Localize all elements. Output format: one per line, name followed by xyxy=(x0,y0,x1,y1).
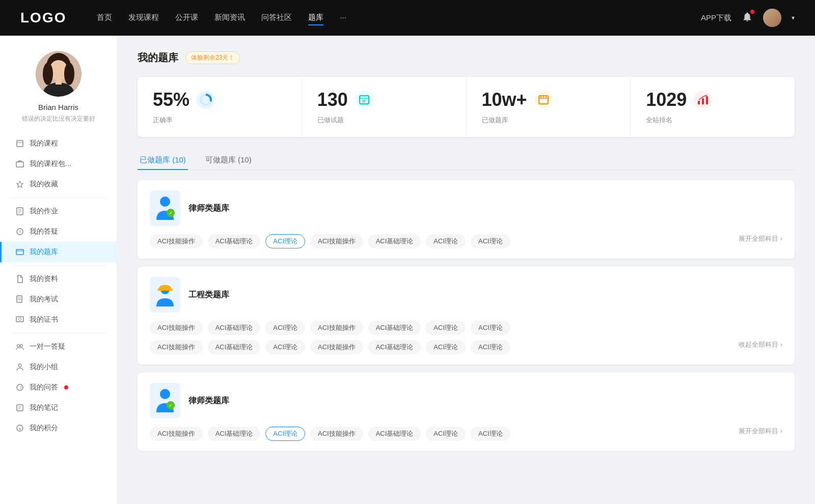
eng-tag-r1-5[interactable]: ACI理论 xyxy=(426,321,466,335)
sidebar-item-points[interactable]: ♦ 我的积分 xyxy=(0,418,117,438)
sidebar-item-qa[interactable]: ? 我的答疑 xyxy=(0,221,117,242)
sidebar-item-courses[interactable]: 我的课程 xyxy=(0,133,117,154)
svg-rect-48 xyxy=(698,101,700,104)
stat-rank-number: 1029 xyxy=(646,89,687,110)
eng-tag-r1-0[interactable]: ACI技能操作 xyxy=(150,321,203,335)
tab-done[interactable]: 已做题库 (10) xyxy=(138,151,188,170)
sidebar-item-files[interactable]: 我的资料 xyxy=(0,269,117,289)
eng-tag-r2-6[interactable]: ACI理论 xyxy=(471,340,510,354)
l2-tag-4[interactable]: ACI基础理论 xyxy=(368,427,421,441)
questions-icon: ? xyxy=(15,383,24,392)
eng-tag-r1-6[interactable]: ACI理论 xyxy=(471,321,510,335)
tabs: 已做题库 (10) 可做题库 (10) xyxy=(138,151,795,170)
sidebar-item-cert[interactable]: 我的证书 xyxy=(0,310,117,330)
sidebar-username: Brian Harris xyxy=(38,103,78,111)
files-icon xyxy=(15,274,24,284)
tag-2[interactable]: ACI理论 xyxy=(265,234,305,248)
sidebar-label-oneone: 一对一答疑 xyxy=(30,342,65,351)
sidebar-label-points: 我的积分 xyxy=(30,424,58,433)
eng-tag-r2-0[interactable]: ACI技能操作 xyxy=(150,340,203,354)
sidebar-label-package: 我的课程包... xyxy=(30,159,71,169)
eng-tag-r1-1[interactable]: ACI基础理论 xyxy=(208,321,261,335)
sidebar-menu: 我的课程 我的课程包... 我的收藏 xyxy=(0,133,117,438)
sidebar-item-bank[interactable]: 我的题库 xyxy=(0,242,117,262)
stat-banks: 10w+ 已做题库 xyxy=(467,77,631,137)
sidebar-label-files: 我的资料 xyxy=(30,274,58,284)
stat-accuracy-label: 正确率 xyxy=(153,116,286,125)
l2-tag-2[interactable]: ACI理论 xyxy=(265,427,305,441)
sidebar-item-package[interactable]: 我的课程包... xyxy=(0,154,117,174)
sidebar-item-questions[interactable]: ? 我的问答 xyxy=(0,377,117,398)
bank-card-lawyer: ✓ 律师类题库 ACI技能操作 ACI基础理论 ACI理论 ACI技能操作 AC… xyxy=(138,180,795,259)
bank-icon xyxy=(15,247,24,257)
bank-engineer-body: ACI技能操作 ACI基础理论 ACI理论 ACI技能操作 ACI基础理论 AC… xyxy=(150,321,782,354)
done-icon xyxy=(355,91,373,109)
eng-tag-r1-3[interactable]: ACI技能操作 xyxy=(310,321,363,335)
notification-bell[interactable] xyxy=(742,11,753,24)
nav-bank[interactable]: 题库 xyxy=(308,11,323,25)
accuracy-icon xyxy=(197,91,215,109)
bank-lawyer2-expand[interactable]: 展开全部科目 › xyxy=(739,427,782,441)
eng-tag-r1-4[interactable]: ACI基础理论 xyxy=(368,321,421,335)
nav-more[interactable]: ··· xyxy=(340,11,346,25)
bank-engineer-tags-row2: ACI技能操作 ACI基础理论 ACI理论 ACI技能操作 ACI基础理论 AC… xyxy=(150,340,782,354)
sidebar-label-courses: 我的课程 xyxy=(30,139,58,148)
eng-tag-r2-4[interactable]: ACI基础理论 xyxy=(368,340,421,354)
bank-lawyer2-body: ACI技能操作 ACI基础理论 ACI理论 ACI技能操作 ACI基础理论 AC… xyxy=(150,427,782,441)
tag-5[interactable]: ACI理论 xyxy=(426,234,466,248)
cert-icon xyxy=(15,315,24,324)
tag-6[interactable]: ACI理论 xyxy=(471,234,510,248)
bank-card-lawyer2-header: ✓ 律师类题库 xyxy=(150,383,782,418)
svg-rect-7 xyxy=(56,78,62,85)
bank-lawyer-expand[interactable]: 展开全部科目 › xyxy=(739,234,782,248)
svg-text:?: ? xyxy=(18,230,21,235)
nav-discover[interactable]: 发现课程 xyxy=(128,11,159,25)
l2-tag-3[interactable]: ACI技能操作 xyxy=(310,427,363,441)
l2-tag-6[interactable]: ACI理论 xyxy=(471,427,510,441)
sidebar-item-oneone[interactable]: 一对一答疑 xyxy=(0,337,117,357)
svg-rect-25 xyxy=(16,317,23,322)
nav-qa[interactable]: 问答社区 xyxy=(261,11,292,25)
l2-tag-0[interactable]: ACI技能操作 xyxy=(150,427,203,441)
bank-card-engineer: 工程类题库 ACI技能操作 ACI基础理论 ACI理论 ACI技能操作 ACI基… xyxy=(138,267,795,365)
eng-tag-r2-2[interactable]: ACI理论 xyxy=(265,340,305,354)
page-title: 我的题库 xyxy=(138,51,178,65)
nav-home[interactable]: 首页 xyxy=(97,11,112,25)
nav-news[interactable]: 新闻资讯 xyxy=(214,11,245,25)
tag-4[interactable]: ACI基础理论 xyxy=(368,234,421,248)
nav-links: 首页 发现课程 公开课 新闻资讯 问答社区 题库 ··· xyxy=(97,11,681,25)
rank-icon xyxy=(694,91,712,109)
eng-tag-r2-3[interactable]: ACI技能操作 xyxy=(310,340,363,354)
svg-point-56 xyxy=(160,389,170,399)
tag-3[interactable]: ACI技能操作 xyxy=(310,234,363,248)
sidebar-label-notes: 我的笔记 xyxy=(30,403,58,412)
bank-lawyer2-tags-row: ACI技能操作 ACI基础理论 ACI理论 ACI技能操作 ACI基础理论 AC… xyxy=(150,427,782,441)
bank-card-lawyer-icon: ✓ xyxy=(150,190,180,226)
sidebar-label-exam: 我的考试 xyxy=(30,295,58,304)
eng-tag-r1-2[interactable]: ACI理论 xyxy=(265,321,305,335)
sidebar-item-group[interactable]: 我的小组 xyxy=(0,357,117,377)
sidebar-item-favorites[interactable]: 我的收藏 xyxy=(0,174,117,194)
logo: LOGO xyxy=(20,10,66,26)
main-layout: Brian Harris 错误的决定比没有决定要好 我的课程 我的课程包... xyxy=(0,36,815,504)
sidebar-item-homework[interactable]: 我的作业 xyxy=(0,201,117,221)
favorites-icon xyxy=(15,180,24,189)
tab-todo[interactable]: 可做题库 (10) xyxy=(203,151,254,170)
eng-tag-r2-5[interactable]: ACI理论 xyxy=(426,340,466,354)
tag-0[interactable]: ACI技能操作 xyxy=(150,234,203,248)
sidebar-label-homework: 我的作业 xyxy=(30,207,58,216)
user-avatar[interactable] xyxy=(763,9,781,27)
sidebar-item-exam[interactable]: 我的考试 xyxy=(0,289,117,310)
l2-tag-1[interactable]: ACI基础理论 xyxy=(208,427,261,441)
sidebar-item-notes[interactable]: 我的笔记 xyxy=(0,398,117,418)
courses-icon xyxy=(15,139,24,148)
nav-open-course[interactable]: 公开课 xyxy=(175,11,198,25)
svg-rect-55 xyxy=(157,289,173,291)
app-download[interactable]: APP下载 xyxy=(701,13,731,23)
bank-engineer-expand[interactable]: 收起全部科目 › xyxy=(739,340,782,354)
eng-tag-r2-1[interactable]: ACI基础理论 xyxy=(208,340,261,354)
tag-1[interactable]: ACI基础理论 xyxy=(208,234,261,248)
avatar-chevron[interactable]: ▾ xyxy=(792,14,795,21)
divider-2 xyxy=(10,265,106,266)
l2-tag-5[interactable]: ACI理论 xyxy=(426,427,466,441)
